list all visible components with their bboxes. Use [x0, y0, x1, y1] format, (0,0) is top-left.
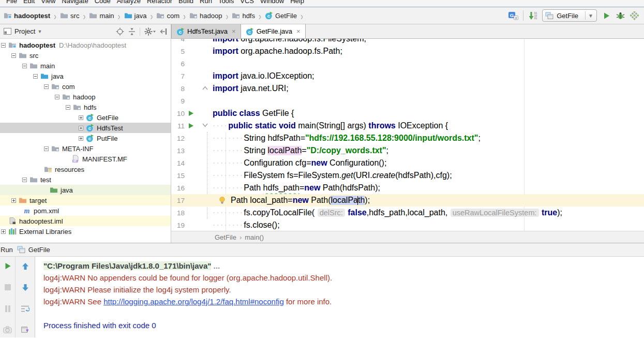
tree-item-hadoop[interactable]: hadoop	[0, 92, 171, 102]
code-line-18[interactable]: 18········fs.copyToLocalFile( delSrc: fa…	[171, 207, 644, 219]
pause-output-button[interactable]	[3, 304, 12, 313]
code-line-8[interactable]: 8import java.net.URI;	[171, 82, 644, 95]
code-editor[interactable]: 4import org.apache.hadoop.fs.FileSystem;…	[171, 39, 644, 231]
breadcrumb-item-hadoop[interactable]: hadoop	[189, 11, 222, 20]
update-icon[interactable]: 011001	[528, 10, 537, 21]
code-line-4[interactable]: 4import org.apache.hadoop.fs.FileSystem;	[171, 39, 644, 45]
tree-expander[interactable]	[44, 146, 49, 151]
tree-item-hdfstest[interactable]: cHdfsTest	[0, 123, 171, 133]
up-stack-button[interactable]	[21, 262, 30, 270]
menu-item-refactor[interactable]: Refactor	[144, 0, 175, 7]
tree-expander[interactable]	[79, 115, 83, 120]
collapse-all-icon[interactable]	[128, 27, 136, 36]
tree-expander[interactable]	[22, 178, 27, 182]
fold-icon[interactable]	[202, 123, 208, 128]
menu-item-file[interactable]: File	[3, 0, 20, 7]
tree-item-pom.xml[interactable]: mpom.xml	[0, 205, 171, 216]
tree-item-hadooptest.iml[interactable]: hadooptest.iml	[0, 216, 171, 226]
fold-icon[interactable]	[202, 85, 208, 91]
tree-item-meta-inf[interactable]: META-INF	[0, 143, 171, 154]
hide-panel-icon[interactable]	[160, 28, 168, 35]
run-line-icon[interactable]	[189, 111, 193, 116]
tree-expander[interactable]	[33, 74, 38, 79]
coverage-button[interactable]	[630, 10, 639, 21]
breadcrumb-item-getfile[interactable]: cGetFile	[264, 11, 297, 20]
menu-item-navigate[interactable]: Navigate	[58, 0, 91, 7]
stop-button[interactable]	[3, 283, 12, 291]
tree-item-test[interactable]: test	[0, 174, 171, 185]
tree-expander[interactable]	[1, 43, 6, 48]
menu-item-run[interactable]: Run	[197, 0, 215, 7]
code-line-5[interactable]: 5import org.apache.hadoop.fs.Path;	[171, 45, 644, 57]
menu-item-view[interactable]: View	[38, 0, 58, 7]
editor-breadcrumb-item[interactable]: GetFile	[215, 233, 236, 241]
tree-item-manifest.mf[interactable]: MFMANIFEST.MF	[0, 154, 171, 164]
code-line-12[interactable]: 12········String hdfsPath="hdfs://192.16…	[171, 132, 644, 144]
code-line-9[interactable]: 9	[171, 95, 644, 107]
code-line-16[interactable]: 16········Path hdfs_path=new Path(hdfsPa…	[171, 182, 644, 194]
code-line-11[interactable]: 11····public static void main(String[] a…	[171, 120, 644, 132]
console-output[interactable]: "C:\Program Files\Java\jdk1.8.0_171\bin\…	[35, 257, 644, 337]
tree-item-getfile[interactable]: cGetFile	[0, 112, 171, 123]
tree-expander[interactable]	[79, 126, 83, 130]
close-icon[interactable]: ×	[232, 27, 236, 35]
tree-expander[interactable]	[1, 229, 6, 234]
console-link[interactable]: http://logging.apache.org/log4j/1.2/faq.…	[103, 297, 284, 306]
menu-item-tools[interactable]: Tools	[215, 0, 237, 7]
soft-wrap-button[interactable]	[21, 304, 30, 313]
code-line-6[interactable]: 6	[171, 57, 644, 70]
tree-expander[interactable]	[11, 53, 16, 58]
code-line-13[interactable]: 13········String localPath="D:/copy_word…	[171, 144, 644, 157]
tree-item-target[interactable]: target	[0, 195, 171, 205]
code-line-10[interactable]: 10public class GetFile {	[171, 107, 644, 120]
breadcrumb-item-java[interactable]: java	[124, 11, 147, 20]
tree-item-resources[interactable]: resources	[0, 164, 171, 174]
tree-item-main[interactable]: main	[0, 61, 171, 71]
menu-item-vcs[interactable]: VCS	[237, 0, 257, 7]
tree-expander[interactable]	[44, 84, 49, 89]
menu-item-analyze[interactable]: Analyze	[114, 0, 144, 7]
tree-expander[interactable]	[11, 198, 16, 203]
tree-item-com[interactable]: com	[0, 81, 171, 92]
menu-item-help[interactable]: Help	[287, 0, 307, 7]
tree-expander[interactable]	[79, 136, 83, 141]
run-line-icon[interactable]	[189, 123, 193, 128]
breadcrumb-item-main[interactable]: main	[88, 11, 114, 20]
editor-breadcrumb-item[interactable]: main()	[245, 233, 264, 241]
down-stack-button[interactable]	[21, 283, 30, 291]
chevron-down-icon[interactable]: ▼	[37, 29, 42, 34]
tree-item-src[interactable]: src	[0, 50, 171, 61]
code-line-14[interactable]: 14········Configuration cfg=new Configur…	[171, 157, 644, 169]
tree-item-hadooptest[interactable]: hadooptestD:\Hadoop\hadooptest	[0, 40, 171, 50]
tree-expander[interactable]	[22, 64, 27, 68]
thread-dump-button[interactable]	[3, 326, 12, 334]
tree-item-putfile[interactable]: cPutFile	[0, 133, 171, 143]
tree-expander[interactable]	[66, 105, 70, 110]
tree-expander[interactable]	[55, 95, 59, 99]
tree-item-java[interactable]: java	[0, 71, 171, 81]
tree-item-java[interactable]: java	[0, 185, 171, 195]
code-line-7[interactable]: 7import java.io.IOException;	[171, 70, 644, 82]
menu-item-window[interactable]: Window	[257, 0, 287, 7]
run-button[interactable]	[602, 10, 611, 21]
menu-item-build[interactable]: Build	[175, 0, 197, 7]
tab-hdfstest.java[interactable]: cHdfsTest.java×	[171, 24, 241, 38]
debug-button[interactable]	[616, 10, 625, 21]
menu-item-code[interactable]: Code	[92, 0, 114, 7]
breadcrumb-item-hadooptest[interactable]: hadooptest	[3, 11, 51, 20]
locate-icon[interactable]	[116, 27, 124, 36]
close-icon[interactable]: ×	[296, 27, 301, 35]
scroll-to-end-button[interactable]	[21, 326, 30, 334]
code-line-17[interactable]: 17Path local_path=new Path(localPath);	[171, 194, 644, 207]
breadcrumb-item-com[interactable]: com	[156, 11, 180, 20]
menu-item-edit[interactable]: Edit	[20, 0, 38, 7]
run-config-selector[interactable]: GetFile ▼	[542, 9, 597, 22]
tree-item-hdfs[interactable]: hdfs	[0, 102, 171, 112]
tree-item-external-libraries[interactable]: External Libraries	[0, 226, 171, 237]
breadcrumb-item-hdfs[interactable]: hdfs	[231, 11, 256, 20]
gear-icon[interactable]	[144, 27, 156, 36]
breadcrumb-item-src[interactable]: src	[59, 11, 80, 20]
code-line-19[interactable]: 19········fs.close();	[171, 219, 644, 231]
code-line-15[interactable]: 15········FileSystem fs=FileSystem.get(U…	[171, 169, 644, 182]
tab-getfile.java[interactable]: cGetFile.java×	[241, 24, 306, 38]
